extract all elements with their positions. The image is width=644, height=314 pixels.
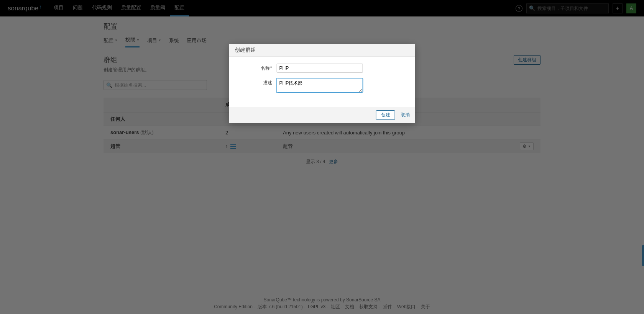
group-description-textarea[interactable]: PHP技术部 [277,78,363,93]
modal-title: 创建群组 [229,44,415,57]
group-name-input[interactable] [277,64,363,73]
create-group-modal: 创建群组 名称* 描述 PHP技术部 创建 取消 [229,44,415,123]
modal-cancel-link[interactable]: 取消 [401,112,410,118]
modal-submit-button[interactable]: 创建 [376,110,395,120]
